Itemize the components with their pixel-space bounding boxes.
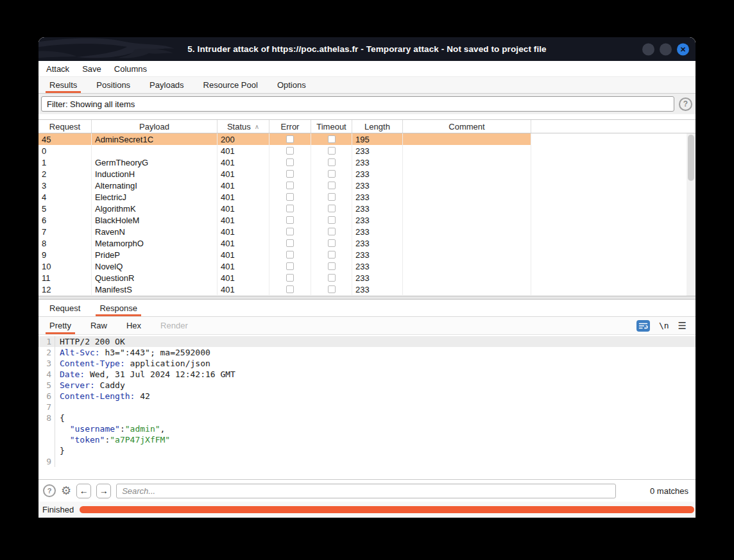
checkbox-error[interactable] [286,251,294,259]
table-scrollbar-thumb[interactable] [688,135,694,181]
checkbox-error[interactable] [286,135,294,143]
column-header-request[interactable]: Request [38,120,92,133]
checkbox-timeout[interactable] [328,262,336,270]
table-row[interactable]: 5AlgorithmK401233 [38,203,696,214]
table-row[interactable]: 1GermTheoryG401233 [38,157,696,168]
table-row[interactable]: 4ElectricJ401233 [38,191,696,203]
tab-options[interactable]: Options [268,77,316,93]
column-header-comment[interactable]: Comment [403,120,531,133]
cell-length: 233 [352,157,403,168]
checkbox-timeout[interactable] [328,182,336,189]
search-help-icon[interactable]: ? [43,484,56,497]
checkbox-error[interactable] [286,193,294,201]
title-bar[interactable]: 5. Intruder attack of https://poc.athela… [38,37,696,61]
menu-item-save[interactable]: Save [76,64,108,74]
cell-payload [92,145,218,157]
menu-item-attack[interactable]: Attack [40,64,76,74]
editor-menu-icon[interactable]: ☰ [678,320,687,332]
table-row[interactable]: 6BlackHoleM401233 [38,214,696,226]
checkbox-error[interactable] [286,170,294,178]
checkbox-error[interactable] [286,182,294,189]
cell-request: 4 [38,191,92,203]
tab-results[interactable]: Results [40,77,87,93]
checkbox-timeout[interactable] [328,274,336,282]
checkbox-error[interactable] [286,285,294,293]
cell-request: 2 [38,168,92,180]
search-input[interactable] [116,484,616,498]
table-row[interactable]: 2InductionH401233 [38,168,696,180]
table-row[interactable]: 12ManifestS401233 [38,284,696,295]
checkbox-timeout[interactable] [328,216,336,224]
cell-comment [403,191,531,203]
checkbox-error[interactable] [286,205,294,212]
checkbox-timeout[interactable] [328,135,336,143]
tab-pretty[interactable]: Pretty [40,317,81,334]
table-row[interactable]: 0401233 [38,145,696,157]
checkbox-timeout[interactable] [328,205,336,212]
column-header-status[interactable]: Status∧ [218,120,269,133]
maximize-button[interactable] [660,43,672,55]
cell-filler [531,226,696,237]
checkbox-timeout[interactable] [328,228,336,235]
table-scrollbar-track[interactable] [687,133,696,296]
tab-raw[interactable]: Raw [81,317,117,334]
tab-hex[interactable]: Hex [117,317,151,334]
intruder-attack-window: 5. Intruder attack of https://poc.athela… [38,37,696,518]
close-button[interactable]: ✕ [677,43,689,55]
checkbox-error[interactable] [286,147,294,155]
column-header-error[interactable]: Error [269,120,311,133]
code-segment-header: Date: [60,369,85,379]
table-row[interactable]: 11QuestionR401233 [38,272,696,284]
cell-length: 233 [352,180,403,191]
word-wrap-icon[interactable] [636,320,650,332]
cell-payload: PrideP [92,249,218,260]
checkbox-error[interactable] [286,228,294,235]
table-row[interactable]: 3AlternatingI401233 [38,180,696,191]
table-row[interactable]: 8MetamorphO401233 [38,237,696,249]
checkbox-timeout[interactable] [328,285,336,293]
table-row[interactable]: 45AdminSecret1C200195 [38,133,696,145]
menu-bar: AttackSaveColumns [38,61,696,77]
checkbox-error[interactable] [286,158,294,166]
line-content: Content-Length: 42 [55,391,150,402]
cell-status: 401 [218,180,269,191]
search-previous-button[interactable]: ← [76,484,91,498]
minimize-button[interactable] [642,43,654,55]
checkbox-error[interactable] [286,262,294,270]
newline-toggle-icon[interactable]: \n [659,321,669,330]
checkbox-timeout[interactable] [328,147,336,155]
tab-resource-pool[interactable]: Resource Pool [194,77,268,93]
line-content [55,402,60,412]
tab-positions[interactable]: Positions [87,77,140,93]
cell-timeout [311,226,352,237]
checkbox-error[interactable] [286,216,294,224]
checkbox-timeout[interactable] [328,170,336,178]
checkbox-timeout[interactable] [328,158,336,166]
checkbox-timeout[interactable] [328,251,336,259]
cell-status: 401 [218,168,269,180]
cell-filler [531,214,696,226]
response-editor[interactable]: 1HTTP/2 200 OK2Alt-Svc: h3=":443"; ma=25… [38,335,696,479]
line-content: "username":"admin", [55,423,165,434]
tab-payloads[interactable]: Payloads [140,77,193,93]
column-header-timeout[interactable]: Timeout [311,120,352,133]
tab-request[interactable]: Request [40,300,90,316]
menu-item-columns[interactable]: Columns [108,64,153,74]
checkbox-error[interactable] [286,239,294,247]
code-segment-plain [60,424,70,434]
filter-help-icon[interactable]: ? [679,98,692,111]
checkbox-error[interactable] [286,274,294,282]
code-segment-header: Server: [60,380,95,390]
column-header-length[interactable]: Length [352,120,403,133]
line-number: 4 [38,369,55,380]
tab-response[interactable]: Response [90,300,147,316]
search-settings-icon[interactable]: ⚙ [61,485,71,496]
checkbox-timeout[interactable] [328,239,336,247]
table-row[interactable]: 10NovelQ401233 [38,260,696,272]
column-header-payload[interactable]: Payload [92,120,218,133]
table-row[interactable]: 9PrideP401233 [38,249,696,260]
search-next-button[interactable]: → [96,484,111,498]
filter-bar[interactable]: Filter: Showing all items [41,96,674,112]
checkbox-timeout[interactable] [328,193,336,201]
table-row[interactable]: 7RavenN401233 [38,226,696,237]
